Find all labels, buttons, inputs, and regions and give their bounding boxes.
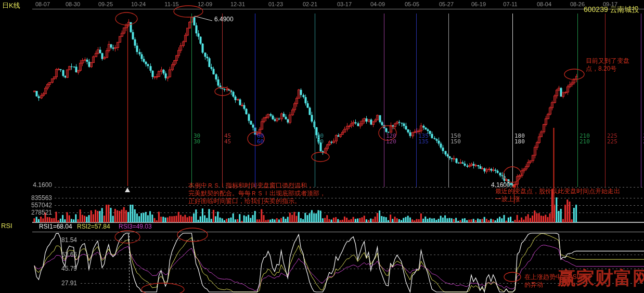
annotation-current-turn: 目前又到了变盘点，8.20号 <box>586 57 635 73</box>
volume-scale-label: 278521 <box>15 209 52 216</box>
date-axis-label: 11-15 <box>164 1 178 7</box>
stock-title: 600239 云南城投 <box>584 6 639 13</box>
date-axis-label: 06-19 <box>471 1 486 7</box>
date-axis-label: 08-07 <box>35 1 50 7</box>
time-window-label-30: 30 30 <box>194 133 200 144</box>
date-axis-label: 10-24 <box>131 1 146 7</box>
price-gridline-label: 4.1600 <box>15 181 52 189</box>
rsi-scale-label: 27.91 <box>40 279 77 287</box>
rsi2-legend: RSI2=57.84 <box>77 223 110 230</box>
time-window-label-180: 180 180 <box>514 133 525 144</box>
volume-scale-label: 835563 <box>15 194 52 202</box>
watermark: 赢家财富网 <box>558 268 644 288</box>
date-axis-label: 04-09 <box>370 1 385 7</box>
kline-chart-canvas[interactable] <box>0 0 644 293</box>
date-axis-label: 02-21 <box>303 1 317 7</box>
time-window-label-210: 210 210 <box>579 133 590 144</box>
rsi-scale-label: 63.66 <box>40 251 77 258</box>
date-axis-label: 12-09 <box>198 1 212 7</box>
rsi-scale-label: 45.79 <box>40 265 77 272</box>
rsi-scale-label: 81.54 <box>40 236 77 244</box>
rsi-pane-label: RSI <box>1 222 12 230</box>
time-window-label-225: 225 225 <box>607 133 617 144</box>
rsi1-legend: RSI1=68.04 <box>39 223 72 230</box>
date-axis-label: 08-26 <box>570 1 585 7</box>
date-axis-label: 07-11 <box>503 1 517 7</box>
time-window-label-60: 60 60 <box>257 133 264 144</box>
rsi3-legend: RSI3=49.03 <box>119 223 152 230</box>
annotation-example: 本例中ＲＳＩ指标和时间变盘窗口强烈温和， 完美默契的配合。每每ＲＳＩ出现底部或者… <box>188 182 326 205</box>
time-window-label-45: 45 45 <box>224 133 231 144</box>
date-axis-label: 05-05 <box>405 1 419 7</box>
peak-price-label: 6.4900 <box>214 16 234 23</box>
date-axis-label: 05-27 <box>439 1 454 7</box>
date-axis-label: 08-04 <box>537 1 551 7</box>
annotation-recent-turn: 最近的变盘点，股价以此变盘时间点开始走出 一波上涨 <box>495 188 620 203</box>
time-window-label-90: 90 90 <box>317 133 324 144</box>
time-window-label-120: 120 120 <box>386 133 396 144</box>
date-axis-label: 08-30 <box>66 1 80 7</box>
chart-type-label: 日K线 <box>2 2 20 9</box>
date-axis-label: 01-23 <box>268 1 283 7</box>
time-window-label-135: 135 135 <box>418 133 429 144</box>
date-axis-label: 12-31 <box>230 1 245 7</box>
time-window-label-150: 150 150 <box>450 133 461 144</box>
stock-chart-window: 08-0708-3009-2510-2411-1512-0912-3101-23… <box>0 0 644 293</box>
volume-scale-label: 557042 <box>15 202 52 209</box>
date-axis-label: 03-17 <box>337 1 352 7</box>
date-axis-label: 09-25 <box>98 1 113 7</box>
